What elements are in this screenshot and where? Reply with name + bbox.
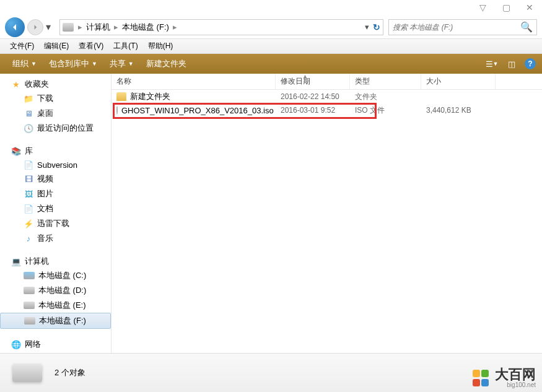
column-date[interactable]: 修改日期 [276,74,350,89]
search-box[interactable]: 🔍 [388,19,537,35]
chevron-right-icon[interactable]: ▸ [171,22,179,32]
back-button[interactable] [5,17,25,37]
watermark-logo-icon [473,370,490,387]
drive-icon [63,23,74,32]
video-icon: 🎞 [24,174,33,184]
menu-help[interactable]: 帮助(H) [143,41,178,51]
chevron-right-icon[interactable]: ▸ [76,22,84,32]
sidebar-drive-e[interactable]: 本地磁盘 (E:) [0,298,111,313]
status-bar: 2 个对象 [0,353,542,392]
search-input[interactable] [393,23,520,32]
file-name: GHOST_WIN10_PRO_X86_V2016_03.iso [121,106,274,115]
new-folder-button[interactable]: 新建文件夹 [140,54,193,74]
file-list-pane: ▴ 名称 修改日期 类型 大小 新建文件夹 2016-02-22 14:50 文… [111,74,542,353]
sidebar-drive-f[interactable]: 本地磁盘 (F:) [0,313,111,329]
file-name: 新建文件夹 [130,91,170,102]
search-icon[interactable]: 🔍 [520,21,533,33]
sidebar-thunder[interactable]: ⚡迅雷下载 [0,216,111,231]
minimize-button[interactable]: ▽ [476,2,489,12]
menu-file[interactable]: 文件(F) [5,41,39,51]
drive-icon [24,317,35,324]
desktop-icon: 🖥 [24,108,33,118]
music-icon: ♪ [24,233,33,243]
file-size: 3,440,612 KB [421,106,496,115]
sidebar-libraries[interactable]: 📚库 [0,144,111,158]
breadcrumb-drive[interactable]: 本地磁盘 (F:) [120,22,171,33]
sidebar-network[interactable]: 🌐网络 [0,338,111,351]
address-bar[interactable]: ▸ 计算机 ▸ 本地磁盘 (F:) ▸ ▾ ↻ [59,19,383,35]
help-icon[interactable]: ? [525,58,536,69]
include-library-button[interactable]: 包含到库中▼ [43,54,103,74]
download-icon: 📁 [24,94,33,103]
drive-icon [24,302,35,309]
computer-icon: 💻 [11,256,21,266]
menu-bar: 文件(F) 编辑(E) 查看(V) 工具(T) 帮助(H) [0,39,542,54]
forward-button[interactable] [27,19,43,35]
column-size[interactable]: 大小 [421,74,496,89]
navigation-bar: ▾ ▸ 计算机 ▸ 本地磁盘 (F:) ▸ ▾ ↻ 🔍 [0,15,542,39]
file-date: 2016-03-01 9:52 [276,106,350,115]
column-name[interactable]: 名称 [111,74,276,89]
drive-large-icon [12,364,42,382]
star-icon: ★ [11,79,21,89]
file-type: 文件夹 [350,92,421,102]
sidebar-downloads[interactable]: 📁下载 [0,91,111,106]
column-type[interactable]: 类型 [350,74,421,89]
drive-icon [24,272,35,279]
watermark-text: 大百网 [495,368,536,381]
watermark: 大百网 big100.net [473,368,536,388]
watermark-url: big100.net [495,381,536,388]
folder-icon: 📄 [24,160,33,170]
sidebar-desktop[interactable]: 🖥桌面 [0,106,111,121]
menu-tools[interactable]: 工具(T) [108,41,142,51]
disc-icon [116,106,118,115]
sidebar-pictures[interactable]: 🖼图片 [0,186,111,201]
breadcrumb-computer[interactable]: 计算机 [84,22,112,33]
file-date: 2016-02-22 14:50 [276,92,350,101]
menu-edit[interactable]: 编辑(E) [39,41,74,51]
sidebar-computer[interactable]: 💻计算机 [0,255,111,268]
history-dropdown[interactable]: ▾ [46,21,55,33]
recent-icon: 🕓 [24,123,33,133]
sort-indicator-icon: ▴ [304,72,307,79]
sidebar-documents[interactable]: 📄文档 [0,201,111,216]
close-button[interactable]: ✕ [523,2,536,12]
sidebar-drive-c[interactable]: 本地磁盘 (C:) [0,268,111,283]
sidebar-subversion[interactable]: 📄Subversion [0,158,111,172]
address-dropdown[interactable]: ▾ [365,22,369,32]
sidebar-favorites[interactable]: ★收藏夹 [0,77,111,91]
navigation-pane: ★收藏夹 📁下载 🖥桌面 🕓最近访问的位置 📚库 📄Subversion 🎞视频… [0,74,111,353]
share-button[interactable]: 共享▼ [103,54,140,74]
sidebar-recent[interactable]: 🕓最近访问的位置 [0,121,111,136]
toolbar: 组织▼ 包含到库中▼ 共享▼ 新建文件夹 ☰ ▼ ◫ ? [0,54,542,74]
chevron-right-icon[interactable]: ▸ [112,22,120,32]
maximize-button[interactable]: ▢ [500,2,512,12]
menu-view[interactable]: 查看(V) [74,41,108,51]
sidebar-videos[interactable]: 🎞视频 [0,172,111,186]
sidebar-drive-d[interactable]: 本地磁盘 (D:) [0,283,111,298]
file-row[interactable]: 新建文件夹 2016-02-22 14:50 文件夹 [111,90,542,103]
library-icon: 📚 [11,146,21,156]
network-icon: 🌐 [11,339,21,349]
file-type: ISO 文件 [350,105,421,116]
folder-icon [116,92,126,101]
picture-icon: 🖼 [24,189,33,199]
preview-pane-icon[interactable]: ◫ [505,57,518,71]
document-icon: 📄 [24,204,33,214]
refresh-icon[interactable]: ↻ [373,22,380,32]
view-options-icon[interactable]: ☰ ▼ [485,57,499,71]
thunder-icon: ⚡ [24,219,33,229]
object-count: 2 个对象 [55,367,85,378]
drive-icon [24,287,35,294]
sidebar-music[interactable]: ♪音乐 [0,231,111,246]
file-row[interactable]: GHOST_WIN10_PRO_X86_V2016_03.iso 2016-03… [111,103,542,117]
organize-button[interactable]: 组织▼ [6,54,43,74]
column-headers: 名称 修改日期 类型 大小 [111,74,542,90]
